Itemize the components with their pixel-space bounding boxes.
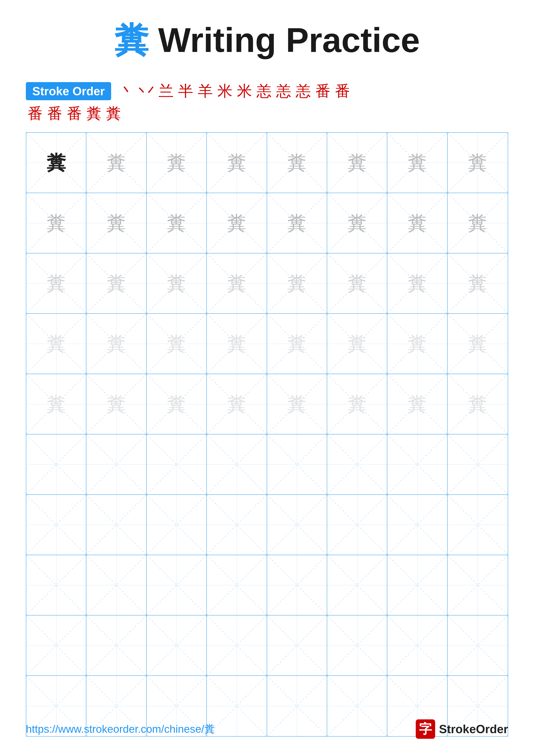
svg-line-99 xyxy=(87,495,146,555)
svg-line-132 xyxy=(147,615,206,675)
footer-url[interactable]: https://www.strokeorder.com/chinese/糞 xyxy=(26,722,215,736)
footer-logo-text: StrokeOrder xyxy=(439,722,508,736)
svg-line-89 xyxy=(267,434,327,494)
grid-cell-8-2[interactable] xyxy=(147,615,207,675)
grid-cell-6-7[interactable] xyxy=(447,495,508,555)
grid-cell-6-6[interactable] xyxy=(387,495,447,555)
practice-char-0-4: 糞 xyxy=(287,153,307,173)
practice-char-2-1: 糞 xyxy=(107,274,126,293)
grid-cell-8-7[interactable] xyxy=(447,615,508,675)
grid-cell-7-4[interactable] xyxy=(267,555,327,615)
stroke-order-section: Stroke Order 丶 丷 兰 半 羊 米 米 恙 恙 恙 番 番 番 番… xyxy=(26,81,508,124)
svg-line-94 xyxy=(447,434,508,494)
practice-char-4-3: 糞 xyxy=(227,394,246,414)
grid-cell-1-4: 糞 xyxy=(267,193,327,253)
svg-line-85 xyxy=(147,434,206,494)
svg-line-130 xyxy=(87,615,146,675)
svg-line-120 xyxy=(267,555,327,615)
title-area: 糞 Writing Practice xyxy=(26,17,508,64)
grid-cell-5-1[interactable] xyxy=(87,434,146,494)
grid-cell-7-2[interactable] xyxy=(147,555,207,615)
grid-cell-5-5[interactable] xyxy=(327,434,387,494)
grid-cell-5-0[interactable] xyxy=(26,434,87,494)
grid-cell-5-6[interactable] xyxy=(387,434,447,494)
grid-cell-7-5[interactable] xyxy=(327,555,387,615)
stroke-order-badge: Stroke Order xyxy=(26,82,111,100)
grid-cell-6-1[interactable] xyxy=(87,495,146,555)
grid-cell-5-4[interactable] xyxy=(267,434,327,494)
practice-char-1-6: 糞 xyxy=(408,213,427,233)
grid-row-2: 糞 糞 糞 糞 糞 糞 糞 糞 xyxy=(26,254,508,314)
grid-cell-1-1: 糞 xyxy=(87,193,146,253)
svg-line-115 xyxy=(87,555,146,615)
svg-line-116 xyxy=(147,555,206,615)
grid-cell-8-6[interactable] xyxy=(387,615,447,675)
practice-char-0-3: 糞 xyxy=(227,153,246,173)
grid-cell-6-2[interactable] xyxy=(147,495,207,555)
svg-line-92 xyxy=(387,434,447,494)
grid-cell-8-3[interactable] xyxy=(207,615,267,675)
grid-cell-7-3[interactable] xyxy=(207,555,267,615)
grid-cell-7-6[interactable] xyxy=(387,555,447,615)
svg-line-95 xyxy=(447,434,508,494)
grid-cell-6-0[interactable] xyxy=(26,495,87,555)
grid-cell-6-3[interactable] xyxy=(207,495,267,555)
stroke-s6: 米 xyxy=(217,81,232,101)
page: 糞 Writing Practice Stroke Order 丶 丷 兰 半 … xyxy=(0,0,534,756)
grid-cell-0-4: 糞 xyxy=(267,133,327,193)
practice-char-2-7: 糞 xyxy=(468,274,487,293)
grid-cell-6-4[interactable] xyxy=(267,495,327,555)
grid-cell-8-5[interactable] xyxy=(327,615,387,675)
practice-char-2-5: 糞 xyxy=(347,274,367,293)
grid-cell-5-3[interactable] xyxy=(207,434,267,494)
grid-cell-7-1[interactable] xyxy=(87,555,146,615)
grid-cell-2-2: 糞 xyxy=(147,254,207,313)
svg-line-139 xyxy=(327,615,387,675)
practice-char-3-6: 糞 xyxy=(408,334,427,353)
title-label: Writing Practice xyxy=(158,21,420,59)
grid-cell-8-4[interactable] xyxy=(267,615,327,675)
grid-cell-7-7[interactable] xyxy=(447,555,508,615)
svg-line-136 xyxy=(267,615,327,675)
grid-cell-3-4: 糞 xyxy=(267,314,327,374)
svg-line-100 xyxy=(147,495,206,555)
grid-cell-4-3: 糞 xyxy=(207,374,267,434)
grid-cell-3-3: 糞 xyxy=(207,314,267,374)
grid-cell-5-2[interactable] xyxy=(147,434,207,494)
svg-line-141 xyxy=(387,615,447,675)
practice-char-3-7: 糞 xyxy=(468,334,487,353)
practice-char-2-4: 糞 xyxy=(287,274,307,293)
grid-cell-0-7: 糞 xyxy=(447,133,508,193)
stroke-s1: 丶 xyxy=(119,81,135,101)
grid-cell-8-1[interactable] xyxy=(87,615,146,675)
grid-row-4: 糞 糞 糞 糞 糞 糞 糞 糞 xyxy=(26,374,508,434)
svg-line-83 xyxy=(87,434,146,494)
svg-line-80 xyxy=(26,434,86,494)
grid-row-7 xyxy=(26,555,508,615)
practice-char-1-4: 糞 xyxy=(287,213,307,233)
practice-char-3-5: 糞 xyxy=(347,334,367,353)
grid-cell-4-6: 糞 xyxy=(387,374,447,434)
practice-char-0-0: 糞 xyxy=(46,153,66,173)
practice-char-3-1: 糞 xyxy=(107,334,126,353)
grid-cell-2-0: 糞 xyxy=(26,254,87,313)
grid-cell-8-0[interactable] xyxy=(26,615,87,675)
grid-cell-3-2: 糞 xyxy=(147,314,207,374)
svg-line-125 xyxy=(387,555,447,615)
svg-line-111 xyxy=(447,495,508,555)
stroke-order-row2: 番 番 番 糞 糞 xyxy=(26,103,508,124)
stroke-s13: 番 xyxy=(28,103,43,124)
practice-char-0-7: 糞 xyxy=(468,153,487,173)
svg-line-90 xyxy=(327,434,387,494)
practice-char-0-6: 糞 xyxy=(408,153,427,173)
practice-char-4-4: 糞 xyxy=(287,394,307,414)
stroke-s15: 番 xyxy=(67,103,82,124)
svg-line-88 xyxy=(267,434,327,494)
grid-cell-5-7[interactable] xyxy=(447,434,508,494)
grid-cell-6-5[interactable] xyxy=(327,495,387,555)
practice-char-4-2: 糞 xyxy=(167,394,186,414)
practice-char-4-7: 糞 xyxy=(468,394,487,414)
practice-char-1-0: 糞 xyxy=(46,213,66,233)
practice-char-2-2: 糞 xyxy=(167,274,186,293)
grid-cell-7-0[interactable] xyxy=(26,555,87,615)
